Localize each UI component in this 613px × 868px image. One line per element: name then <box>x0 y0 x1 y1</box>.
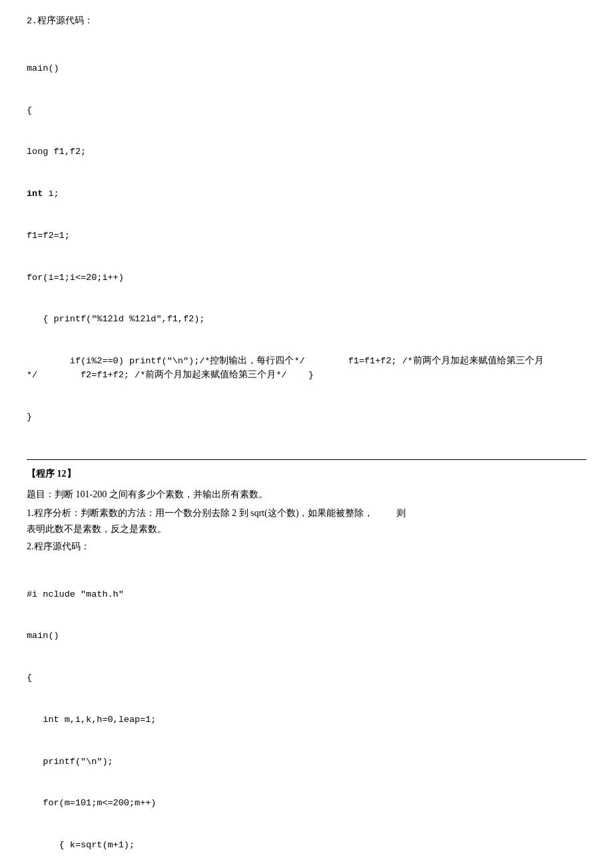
prog11-code: main() { long f1,f2; int i; f1=f2=1; for… <box>27 34 586 453</box>
divider-1 <box>27 459 586 460</box>
prog11-code-intro: 2.程序源代码： <box>27 13 586 29</box>
page-container: 2.程序源代码： main() { long f1,f2; int i; f1=… <box>27 13 586 868</box>
prog12-analysis: 1.程序分析：判断素数的方法：用一个数分别去除 2 到 sqrt(这个数)，如果… <box>27 505 586 537</box>
prog12-code-intro: 2.程序源代码： <box>27 539 586 554</box>
prog12-title: 【程序 12】 <box>27 467 586 481</box>
prog12-code: #i nclude "math.h" main() { int m,i,k,h=… <box>27 560 586 868</box>
prog12-subject: 题目：判断 101-200 之间有多少个素数，并输出所有素数。 <box>27 487 586 503</box>
